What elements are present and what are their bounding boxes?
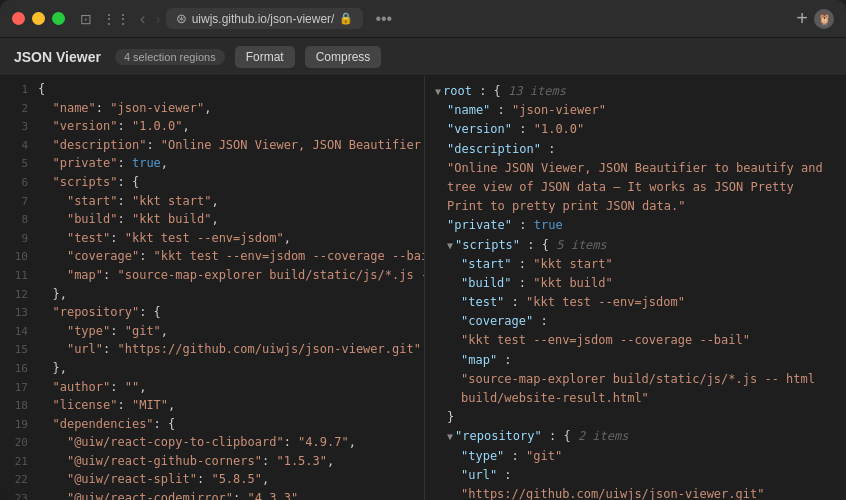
new-tab-button[interactable]: + [796,7,808,30]
back-button[interactable]: ‹ [135,8,150,30]
code-line: 20 "@uiw/react-copy-to-clipboard": "4.9.… [0,433,424,452]
tree-scripts-row: ▼ "scripts" : { 5 items [433,236,838,255]
lock-icon: 🔒 [339,12,353,25]
collapse-root-toggle[interactable]: ▼ [435,84,441,100]
minimize-button[interactable] [32,12,45,25]
code-line: 3 "version": "1.0.0", [0,117,424,136]
tree-coverage-row: "coverage" : [433,312,838,331]
tree-build-row: "build" : "kkt build" [433,274,838,293]
tree-repo-url-row: "url" : [433,466,838,485]
code-line: 22 "@uiw/react-split": "5.8.5", [0,470,424,489]
code-line: 4 "description": "Online JSON Viewer, JS… [0,136,424,155]
tree-scripts-close: } [433,408,838,427]
tree-test-row: "test" : "kkt test --env=jsdom" [433,293,838,312]
app-title: JSON Viewer [14,49,101,65]
code-line: 23 "@uiw/react-codemirror": "4.3.3", [0,489,424,500]
tree-map-value: "source-map-explorer build/static/js/*.j… [433,370,838,408]
toolbar: JSON Viewer 4 selection regions Format C… [0,38,846,76]
code-line: 6 "scripts": { [0,173,424,192]
traffic-lights [12,12,65,25]
code-line: 11 "map": "source-map-explorer build/sta… [0,266,424,285]
tree-repo-url-value: "https://github.com/uiwjs/json-viewer.gi… [433,485,838,500]
code-line: 14 "type": "git", [0,322,424,341]
url-bar[interactable]: ⊛ uiwjs.github.io/json-viewer/ 🔒 [166,8,364,29]
tree-private-row: "private" : true [433,216,838,235]
code-line: 8 "build": "kkt build", [0,210,424,229]
code-line: 17 "author": "", [0,378,424,397]
code-line: 7 "start": "kkt start", [0,192,424,211]
code-line: 21 "@uiw/react-github-corners": "1.5.3", [0,452,424,471]
close-button[interactable] [12,12,25,25]
code-line: 1 { [0,80,424,99]
tree-description-row: "description" : [433,140,838,159]
code-line: 19 "dependencies": { [0,415,424,434]
selection-regions-badge: 4 selection regions [115,49,225,65]
code-line: 18 "license": "MIT", [0,396,424,415]
tree-repo-type-row: "type" : "git" [433,447,838,466]
tree-map-row: "map" : [433,351,838,370]
maximize-button[interactable] [52,12,65,25]
tree-coverage-value: "kkt test --env=jsdom --coverage --bail" [433,331,838,350]
code-line: 13 "repository": { [0,303,424,322]
json-editor-panel[interactable]: 1 { 2 "name": "json-viewer", 3 "version"… [0,76,425,500]
sidebar-toggle-button[interactable]: ⊡ [75,9,97,29]
code-line: 16 }, [0,359,424,378]
code-line: 12 }, [0,285,424,304]
forward-button[interactable]: › [150,8,165,30]
tree-root-row: ▼ root : { 13 items [433,82,838,101]
titlebar: ⊡ ⋮⋮ ‹ › ⊛ uiwjs.github.io/json-viewer/ … [0,0,846,38]
tree-description-value: "Online JSON Viewer, JSON Beautifier to … [433,159,838,217]
avatar: 🦉 [814,9,834,29]
tree-start-row: "start" : "kkt start" [433,255,838,274]
main-content: 1 { 2 "name": "json-viewer", 3 "version"… [0,76,846,500]
tree-version-row: "version" : "1.0.0" [433,120,838,139]
collapse-scripts-toggle[interactable]: ▼ [447,238,453,254]
compress-button[interactable]: Compress [305,46,382,68]
more-button[interactable]: ••• [371,8,396,30]
code-line: 15 "url": "https://github.com/uiwjs/json… [0,340,424,359]
code-line: 2 "name": "json-viewer", [0,99,424,118]
code-line: 9 "test": "kkt test --env=jsdom", [0,229,424,248]
url-text: uiwjs.github.io/json-viewer/ [192,12,335,26]
browser-icon: ⊛ [176,11,187,26]
collapse-repository-toggle[interactable]: ▼ [447,429,453,445]
code-lines: 1 { 2 "name": "json-viewer", 3 "version"… [0,76,424,500]
tree-repository-row: ▼ "repository" : { 2 items [433,427,838,446]
code-line: 5 "private": true, [0,154,424,173]
json-tree-panel[interactable]: ▼ root : { 13 items "name" : "json-viewe… [425,76,846,500]
tree-name-row: "name" : "json-viewer" [433,101,838,120]
format-button[interactable]: Format [235,46,295,68]
code-line: 10 "coverage": "kkt test --env=jsdom --c… [0,247,424,266]
sidebar-icon-button[interactable]: ⋮⋮ [97,9,135,29]
